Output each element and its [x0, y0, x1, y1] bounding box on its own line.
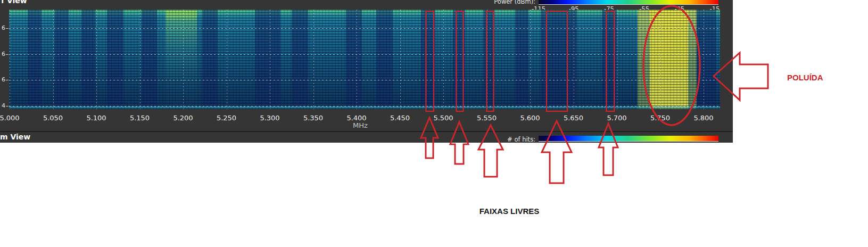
vertical-gridline: [313, 10, 314, 109]
x-tick-label: 5.750: [650, 114, 670, 122]
x-tick-label: 5.350: [303, 114, 323, 122]
vertical-gridline: [53, 10, 54, 109]
vertical-gridline: [530, 10, 531, 109]
x-tick-label: 5.400: [346, 114, 366, 122]
x-tick-label: 5.550: [477, 114, 497, 122]
vertical-gridline: [487, 10, 487, 109]
vertical-gridline: [357, 10, 357, 109]
horizontal-gridline: [9, 54, 720, 55]
x-tick-label: 5.650: [564, 114, 583, 122]
polluted-caption: POLUÍDA: [787, 73, 823, 82]
panel-divider: [0, 131, 733, 132]
annotated-spectrum-screenshot: f View Power (dBm): -115-95-75-55-35-15 …: [0, 0, 868, 247]
vertical-gridline: [10, 10, 10, 109]
y-tick-mark: [6, 106, 9, 106]
hits-legend-label: # of hits:: [468, 136, 535, 143]
vertical-gridline: [617, 10, 617, 109]
free-bands-caption: FAIXAS LIVRES: [480, 207, 540, 216]
spectrum-analyzer-panel: f View Power (dBm): -115-95-75-55-35-15 …: [0, 0, 733, 143]
vertical-gridline: [227, 10, 227, 109]
waterfall-view-title-fragment: f View: [1, 0, 27, 5]
y-tick-mark: [6, 54, 9, 55]
vertical-gridline: [140, 10, 140, 109]
y-tick-label: 6: [2, 51, 5, 57]
y-tick-mark: [6, 80, 9, 80]
mhz-axis-label: MHz: [353, 121, 368, 129]
vertical-gridline: [443, 10, 444, 109]
waterfall-scanline-texture: [9, 10, 720, 109]
x-tick-label: 5.150: [130, 114, 150, 122]
x-tick-label: 5.600: [520, 114, 540, 122]
hits-colorbar-gradient: [539, 136, 718, 142]
vertical-gridline: [96, 10, 97, 109]
y-tick-mark: [6, 28, 9, 29]
x-tick-label: 5.800: [693, 114, 713, 122]
vertical-gridline: [183, 10, 184, 109]
x-tick-label: 5.500: [433, 114, 453, 122]
x-tick-label: 5.700: [607, 114, 626, 122]
vertical-gridline: [400, 10, 401, 109]
vertical-gridline: [574, 10, 574, 109]
horizontal-gridline: [9, 28, 720, 29]
power-legend-label: Power (dBm):: [468, 0, 535, 5]
y-tick-label: 4: [2, 103, 5, 109]
vertical-gridline: [660, 10, 661, 109]
vertical-gridline: [704, 10, 704, 109]
waterfall-plot[interactable]: [9, 10, 720, 109]
x-tick-label: 5.450: [390, 114, 410, 122]
y-tick-label: 6: [2, 77, 5, 83]
vertical-gridline: [270, 10, 270, 109]
y-tick-label: 6: [2, 25, 5, 31]
power-colorbar-gradient: [539, 0, 718, 5]
x-tick-label: 5.300: [260, 114, 279, 122]
x-tick-label: 5.100: [86, 114, 106, 122]
horizontal-gridline: [9, 80, 720, 80]
x-tick-label: 5.000: [0, 114, 20, 122]
histogram-view-title-fragment: m View: [0, 133, 30, 141]
x-tick-label: 5.050: [43, 114, 63, 122]
x-tick-label: 5.200: [173, 114, 193, 122]
x-tick-label: 5.250: [217, 114, 236, 122]
horizontal-gridline: [9, 106, 720, 106]
